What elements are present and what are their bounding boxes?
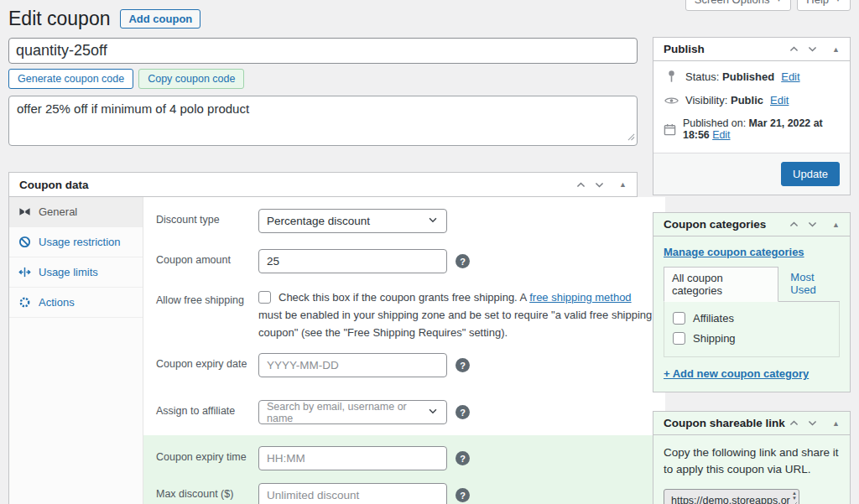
coupon-amount-label: Coupon amount — [156, 249, 258, 266]
category-tabs: All coupon categories Most Used — [664, 267, 840, 302]
collapse-toggle-icon[interactable]: ▲ — [832, 419, 840, 428]
coupon-code-input[interactable] — [8, 38, 638, 64]
coupon-data-panel: General Usage restriction Usage limits — [9, 196, 637, 504]
coupon-data-title: Coupon data — [19, 179, 89, 191]
publish-header: Publish ▲ — [653, 38, 850, 61]
resize-handle-icon[interactable] — [791, 498, 798, 504]
screen-options-button[interactable]: Screen Options ▼ — [685, 0, 792, 11]
limits-icon — [18, 266, 31, 278]
manage-coupon-categories-link[interactable]: Manage coupon categories — [664, 246, 804, 258]
collapse-toggle-icon[interactable]: ▲ — [619, 180, 627, 189]
resize-handle-icon[interactable] — [627, 131, 635, 143]
ticket-icon — [18, 205, 31, 218]
category-label: Shipping — [693, 332, 736, 345]
tab-usage-limits[interactable]: Usage limits — [9, 257, 143, 288]
help-icon[interactable]: ? — [456, 451, 470, 465]
coupon-categories-metabox: Coupon categories ▲ Manage coupon catego… — [653, 212, 851, 392]
edit-visibility-link[interactable]: Edit — [770, 94, 789, 107]
discount-type-row: Discount type Percentage discount — [143, 209, 665, 233]
add-coupon-button[interactable]: Add coupon — [120, 9, 200, 29]
screen-meta-buttons: Screen Options ▼ Help ▼ — [653, 0, 851, 11]
visibility-row: Visibility: Public Edit — [664, 94, 840, 107]
category-item: Shipping — [673, 332, 830, 345]
status-label: Status: — [685, 70, 719, 83]
discount-type-value: Percentage discount — [267, 215, 370, 227]
max-discount-input[interactable] — [258, 483, 447, 504]
general-panel: Discount type Percentage discount Coupon — [143, 197, 665, 504]
collapse-toggle-icon[interactable]: ▲ — [832, 45, 840, 54]
category-item: Affiliates — [673, 312, 830, 325]
status-value: Published — [722, 70, 774, 83]
coupon-amount-input[interactable] — [258, 249, 447, 273]
help-icon[interactable]: ? — [456, 405, 470, 419]
move-up-icon[interactable] — [789, 418, 799, 429]
status-text: Status: Published — [685, 70, 774, 83]
tab-most-used[interactable]: Most Used — [790, 271, 840, 301]
help-label: Help — [806, 0, 829, 6]
page-title: Edit coupon — [8, 8, 110, 30]
chevron-down-icon — [427, 214, 439, 228]
coupon-url-textarea[interactable]: https://demo.storeapps.or — [664, 489, 799, 504]
collapse-toggle-icon[interactable]: ▲ — [832, 221, 840, 229]
affiliates-checkbox[interactable] — [673, 312, 685, 325]
chevron-down-icon — [427, 405, 439, 419]
tab-usage-restriction[interactable]: Usage restriction — [9, 227, 143, 257]
published-on-label: Published on: — [683, 117, 746, 129]
help-icon[interactable]: ? — [456, 488, 470, 502]
update-button[interactable]: Update — [781, 162, 840, 186]
coupon-description-textarea[interactable]: offer 25% off if minimum of 4 polo produ… — [8, 96, 638, 146]
help-button[interactable]: Help ▼ — [797, 0, 851, 11]
expiry-date-label: Coupon expiry date — [156, 353, 258, 370]
free-shipping-checkbox[interactable] — [258, 291, 271, 304]
tab-general[interactable]: General — [9, 197, 143, 227]
coupon-url-wrap: https://demo.storeapps.or ▲▼ — [664, 489, 799, 504]
gear-icon — [18, 296, 31, 309]
tab-usage-restriction-label: Usage restriction — [39, 236, 121, 248]
copy-coupon-code-button[interactable]: Copy coupon code — [138, 69, 244, 89]
expiry-time-input[interactable] — [258, 446, 447, 470]
calendar-icon — [664, 123, 676, 136]
coupon-categories-title: Coupon categories — [664, 218, 766, 231]
max-discount-row: Max discount ($) ? — [143, 483, 665, 504]
eye-icon — [664, 96, 679, 106]
expiry-date-input[interactable] — [258, 353, 447, 377]
shareable-link-title: Coupon shareable link — [664, 417, 785, 429]
screen-options-label: Screen Options — [695, 0, 770, 6]
visibility-value: Public — [731, 94, 763, 107]
expiry-date-row: Coupon expiry date ? — [143, 353, 665, 377]
free-shipping-label: Allow free shipping — [156, 289, 258, 306]
move-down-icon[interactable] — [807, 219, 818, 230]
edit-status-link[interactable]: Edit — [781, 70, 799, 83]
move-down-icon[interactable] — [807, 44, 818, 55]
sidebar: Screen Options ▼ Help ▼ Publish ▲ — [653, 0, 851, 504]
shipping-checkbox[interactable] — [673, 332, 685, 345]
tab-all-categories[interactable]: All coupon categories — [664, 267, 778, 302]
free-shipping-description: Check this box if the coupon grants free… — [258, 289, 653, 341]
free-shipping-row: Allow free shipping Check this box if th… — [143, 289, 665, 341]
add-new-category-link[interactable]: + Add new coupon category — [664, 367, 809, 380]
coupon-data-metabox: Coupon data ▲ — [8, 172, 638, 504]
generate-coupon-code-button[interactable]: Generate coupon code — [8, 69, 133, 89]
free-shipping-method-link[interactable]: free shipping method — [529, 291, 631, 304]
move-up-icon[interactable] — [789, 219, 799, 230]
help-icon[interactable]: ? — [456, 254, 470, 268]
move-up-icon[interactable] — [575, 179, 586, 190]
tab-actions[interactable]: Actions — [9, 288, 143, 318]
edit-published-on-link[interactable]: Edit — [712, 129, 730, 141]
publish-metabox: Publish ▲ Status: Published — [653, 37, 851, 195]
caret-down-icon: ▼ — [775, 0, 782, 3]
move-down-icon[interactable] — [594, 179, 605, 190]
discount-type-select[interactable]: Percentage discount — [258, 209, 447, 233]
pin-icon — [664, 70, 679, 83]
free-shipping-text-before: Check this box if the coupon grants free… — [279, 291, 529, 304]
move-up-icon[interactable] — [789, 44, 799, 55]
affiliate-select[interactable]: Search by email, username or name — [258, 400, 447, 424]
expiry-time-row: Coupon expiry time ? — [143, 446, 665, 470]
coupon-categories-header: Coupon categories ▲ — [653, 213, 850, 236]
main-column: Edit coupon Add coupon Generate coupon c… — [8, 0, 638, 504]
coupon-code-buttons: Generate coupon code Copy coupon code — [8, 69, 638, 89]
help-icon[interactable]: ? — [456, 358, 470, 372]
visibility-text: Visibility: Public — [685, 94, 763, 107]
move-down-icon[interactable] — [807, 418, 818, 429]
no-entry-icon — [18, 236, 31, 248]
